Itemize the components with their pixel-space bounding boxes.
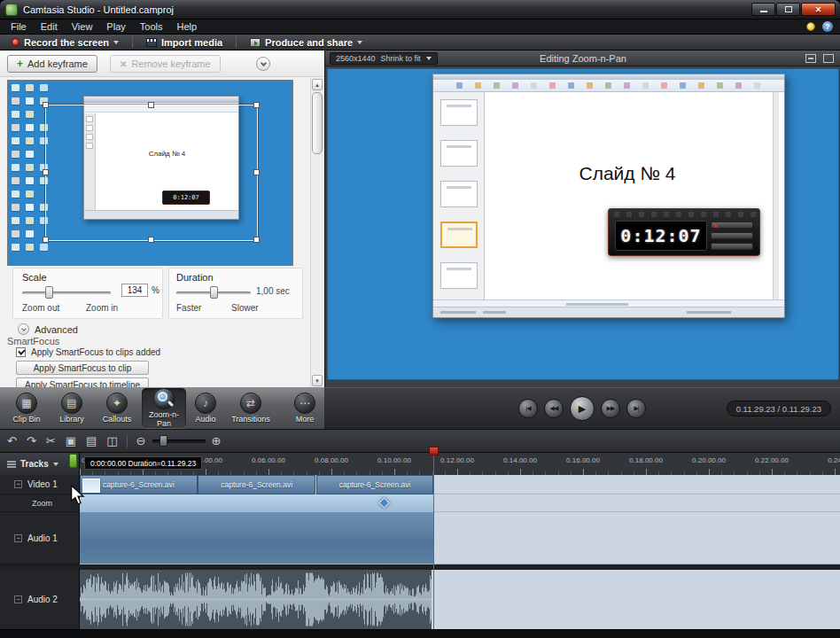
- tab-callouts[interactable]: ✦Callouts: [92, 388, 142, 428]
- app-icon: [5, 4, 18, 16]
- previous-frame-button[interactable]: |◀: [518, 399, 538, 418]
- split-icon[interactable]: ◫: [106, 435, 117, 447]
- timeline-zoom-out-icon[interactable]: ⊖: [136, 435, 146, 447]
- scroll-down-icon[interactable]: ▼: [312, 375, 323, 386]
- menu-item-play[interactable]: Play: [99, 19, 132, 34]
- scale-label: Scale: [22, 272, 47, 283]
- timeline-hscrollbar[interactable]: [0, 629, 840, 638]
- collapse-track-icon[interactable]: −: [14, 595, 22, 603]
- timeline-zoom-slider[interactable]: [152, 440, 206, 443]
- close-button[interactable]: ✕: [801, 3, 836, 16]
- menu-item-file[interactable]: File: [4, 19, 34, 34]
- tab-clip-bin[interactable]: ▦Clip Bin: [2, 388, 51, 428]
- zoom-keyframe-diamond[interactable]: [378, 497, 390, 509]
- tab-more[interactable]: ⋯More: [285, 388, 324, 428]
- audio1-clip[interactable]: [80, 512, 434, 564]
- tab-transitions[interactable]: ⇄Transitions: [225, 388, 276, 428]
- fast-forward-button[interactable]: ▶▶: [601, 399, 620, 418]
- cut-icon[interactable]: ✂: [46, 435, 56, 447]
- duration-slider-thumb[interactable]: [210, 286, 218, 299]
- undo-icon[interactable]: ↶: [7, 435, 17, 447]
- selection-handle[interactable]: [148, 237, 154, 243]
- menu-item-tools[interactable]: Tools: [133, 19, 170, 34]
- advanced-toggle[interactable]: Advanced: [18, 323, 78, 335]
- tab-zoom-n-pan[interactable]: Zoom-n-Pan: [142, 388, 186, 428]
- selection-handle[interactable]: [43, 237, 49, 243]
- help-icon[interactable]: ?: [822, 21, 833, 32]
- record-screen-button[interactable]: Record the screen: [4, 35, 127, 50]
- selection-start-marker[interactable]: [69, 454, 77, 468]
- copy-icon[interactable]: ▣: [66, 435, 76, 447]
- selection-handle[interactable]: [253, 102, 260, 108]
- main-toolbar: Record the screen Import media Produce a…: [0, 35, 840, 51]
- add-keyframe-button[interactable]: + Add keyframe: [7, 55, 97, 73]
- playhead[interactable]: [429, 447, 439, 455]
- zoom-track-band[interactable]: [80, 494, 434, 511]
- zoom-selection-rect[interactable]: [45, 105, 258, 241]
- minimize-button[interactable]: [751, 3, 775, 16]
- import-media-button[interactable]: Import media: [138, 35, 230, 50]
- tab-zoom-n-pan-label: Zoom-n-Pan: [142, 411, 186, 428]
- menu-item-edit[interactable]: Edit: [34, 19, 65, 34]
- mini-window-titlebar: [84, 97, 238, 103]
- scale-slider[interactable]: [22, 292, 111, 294]
- menu-item-help[interactable]: Help: [169, 19, 204, 34]
- redo-icon[interactable]: ↷: [27, 435, 36, 447]
- zoom-canvas[interactable]: Слайд № 4 0:12:07: [7, 80, 293, 266]
- ruler-tick: [80, 469, 81, 475]
- timeline-zoom-in-icon[interactable]: ⊕: [212, 435, 222, 447]
- selection-handle[interactable]: [253, 169, 260, 175]
- apply-smartfocus-timeline-button[interactable]: Apply SmartFocus to timeline: [16, 377, 149, 387]
- play-button[interactable]: ▶: [570, 396, 595, 421]
- fullscreen-icon[interactable]: [823, 54, 834, 63]
- camtasia-window: Camtasia Studio - Untitled.camproj ✕ Fil…: [0, 0, 840, 638]
- duration-slider[interactable]: [176, 292, 251, 294]
- produce-share-button[interactable]: Produce and share: [242, 35, 370, 50]
- clip-capture-6-screen[interactable]: capture-6_Screen.avi: [316, 475, 434, 494]
- tip-bulb-icon[interactable]: [806, 22, 815, 31]
- track-label-audio2[interactable]: − Audio 2: [0, 570, 80, 629]
- selection-handle[interactable]: [148, 102, 154, 108]
- desktop-icon: [26, 137, 34, 144]
- maximize-button[interactable]: [776, 3, 800, 16]
- slide-thumbnail: [440, 99, 478, 126]
- audio2-clip[interactable]: [80, 570, 432, 629]
- track-label-video1[interactable]: − Video 1: [0, 475, 80, 494]
- remove-keyframe-button[interactable]: ✕ Remove keyframe: [110, 55, 221, 73]
- resolution-dropdown[interactable]: 2560x1440 Shrink to fit: [330, 52, 438, 65]
- apply-smartfocus-clip-button[interactable]: Apply SmartFocus to clip: [16, 361, 149, 375]
- tracks-button[interactable]: Tracks: [0, 453, 80, 475]
- selection-handle[interactable]: [253, 237, 260, 243]
- scroll-up-icon[interactable]: ▲: [312, 79, 323, 90]
- scale-value-input[interactable]: 134: [121, 284, 148, 297]
- tracks-icon: [7, 461, 16, 468]
- rewind-button[interactable]: ◀◀: [544, 399, 564, 418]
- collapse-panel-button[interactable]: [256, 57, 270, 71]
- scrollbar-thumb[interactable]: [312, 92, 323, 154]
- presentation-ribbon: [433, 80, 784, 92]
- clip-capture-6-screen[interactable]: capture-6_Screen.avi: [198, 475, 315, 494]
- toolbar-divider: [132, 36, 133, 48]
- track-label-zoom[interactable]: Zoom: [0, 494, 80, 512]
- menu-item-view[interactable]: View: [65, 19, 100, 34]
- detach-preview-icon[interactable]: [805, 54, 816, 63]
- scale-slider-thumb[interactable]: [45, 286, 53, 299]
- track-label-audio1[interactable]: − Audio 1: [0, 512, 80, 564]
- selection-handle[interactable]: [43, 169, 49, 175]
- collapse-track-icon[interactable]: −: [14, 480, 22, 488]
- smartfocus-checkbox-label: Apply SmartFocus to clips added: [31, 347, 160, 357]
- selection-handle[interactable]: [43, 102, 49, 108]
- timeline-zoom-thumb[interactable]: [159, 435, 167, 447]
- tab-audio[interactable]: ♪Audio: [186, 388, 225, 428]
- paste-icon[interactable]: ▤: [86, 435, 97, 447]
- desktop-icon: [26, 177, 34, 184]
- collapse-track-icon[interactable]: −: [14, 534, 22, 542]
- smartfocus-checkbox[interactable]: [16, 347, 26, 357]
- smartfocus-checkbox-row[interactable]: Apply SmartFocus to clips added: [16, 347, 160, 357]
- duration-tooltip: 0:00:00.00 Duration=0.11.29.23: [84, 456, 202, 470]
- clip-capture-6-screen[interactable]: capture-6_Screen.avi: [80, 475, 198, 494]
- thumbnail-text: [447, 228, 472, 230]
- left-panel-scrollbar[interactable]: ▲ ▼: [310, 78, 323, 387]
- next-frame-button[interactable]: ▶|: [626, 399, 646, 418]
- tab-library[interactable]: ▤Library: [51, 388, 92, 428]
